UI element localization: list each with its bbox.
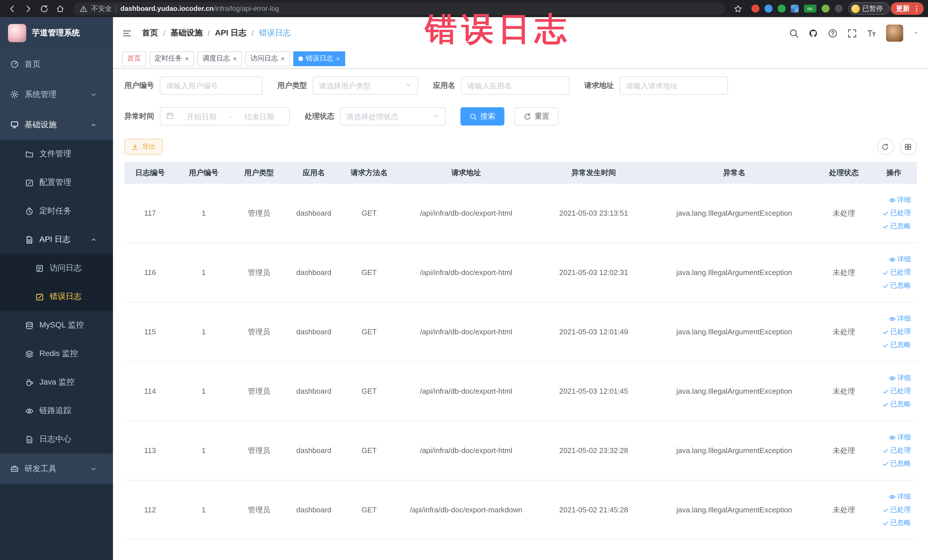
security-label[interactable]: 不安全 <box>91 4 112 14</box>
tab-close-icon[interactable]: × <box>185 55 189 62</box>
filter-input-3[interactable] <box>620 76 728 95</box>
sidebar-item-0[interactable]: 首页 <box>0 49 113 79</box>
sidebar-item-9[interactable]: MySQL 监控 <box>0 311 113 339</box>
address-bar[interactable]: 不安全 dashboard.yudao.iocoder.cn/infra/log… <box>73 2 725 15</box>
sidebar-item-3[interactable]: 文件管理 <box>0 140 113 168</box>
page-url[interactable]: dashboard.yudao.iocoder.cn/infra/log/api… <box>121 5 279 12</box>
browser-back-icon[interactable] <box>5 2 20 15</box>
sidebar-item-13[interactable]: 日志中心 <box>0 425 113 453</box>
action-0-button[interactable]: 详细 <box>888 195 911 205</box>
sidebar-item-14[interactable]: 研发工具 <box>0 453 113 484</box>
tab-close-icon[interactable]: × <box>233 55 237 62</box>
sidebar-item-10[interactable]: Redis 监控 <box>0 339 113 368</box>
date-range-picker[interactable]: - <box>160 107 290 125</box>
extension-on-badge-icon[interactable]: on <box>804 5 816 12</box>
tab-close-icon[interactable]: × <box>336 55 340 62</box>
sidebar-item-label: 定时任务 <box>40 206 71 216</box>
sidebar-toggle-button[interactable] <box>122 28 132 38</box>
extension-icon-4[interactable] <box>791 5 798 12</box>
column-settings-button[interactable] <box>899 138 917 155</box>
extension-icon-3[interactable] <box>777 5 785 12</box>
select-value[interactable] <box>346 112 429 121</box>
breadcrumb-item-2[interactable]: API 日志 <box>215 28 246 38</box>
action-0-button[interactable]: 详细 <box>888 373 911 383</box>
action-0-button[interactable]: 详细 <box>888 255 911 264</box>
font-size-icon[interactable] <box>866 28 876 38</box>
filter-input-2[interactable] <box>461 76 569 95</box>
avatar-caret-down-icon[interactable] <box>913 29 919 37</box>
profile-paused-button[interactable]: 已暂停 <box>848 2 889 15</box>
action-2-button[interactable]: 已忽略 <box>882 459 911 468</box>
sidebar-item-2[interactable]: 基础设施 <box>0 110 113 140</box>
action-2-button[interactable]: 已忽略 <box>882 518 911 528</box>
sidebar-item-8[interactable]: 错误日志 <box>0 282 113 311</box>
sidebar-item-7[interactable]: 访问日志 <box>0 254 113 282</box>
action-2-button[interactable]: 已忽略 <box>882 281 911 290</box>
action-2-button[interactable]: 已忽略 <box>882 221 911 231</box>
fullscreen-icon[interactable] <box>847 28 857 38</box>
filter-select-5[interactable] <box>340 107 446 125</box>
action-1-button[interactable]: 已处理 <box>882 208 911 218</box>
sidebar-item-1[interactable]: 系统管理 <box>0 79 113 110</box>
breadcrumb-item-0[interactable]: 首页 <box>142 28 158 38</box>
action-1-button[interactable]: 已处理 <box>882 505 911 515</box>
sidebar-item-5[interactable]: 定时任务 <box>0 197 113 225</box>
cell-5: /api/infra/db-doc/export-html <box>397 328 535 336</box>
browser-update-button[interactable]: 更新 <box>890 2 923 15</box>
app-logo[interactable]: 芋道管理系统 <box>0 17 113 49</box>
sidebar-item-11[interactable]: Java 监控 <box>0 368 113 397</box>
action-1-button[interactable]: 已处理 <box>882 446 911 455</box>
search-icon[interactable] <box>789 28 798 38</box>
bookmark-star-icon[interactable] <box>731 2 745 15</box>
cell-3: dashboard <box>286 209 341 217</box>
action-0-button[interactable]: 详细 <box>888 432 911 442</box>
tab-3[interactable]: 访问日志× <box>245 51 290 66</box>
column-header-3: 应用名 <box>286 168 341 178</box>
refresh-button[interactable] <box>877 138 894 155</box>
text-input[interactable] <box>467 81 563 90</box>
end-date-input[interactable] <box>235 112 284 121</box>
action-0-button[interactable]: 详细 <box>888 492 911 502</box>
browser-menu-icon[interactable] <box>913 5 920 12</box>
text-input[interactable] <box>166 81 256 90</box>
sidebar-menu: 首页系统管理基础设施文件管理配置管理定时任务API 日志访问日志错误日志MySQ… <box>0 49 113 560</box>
user-avatar[interactable] <box>886 24 903 42</box>
sidebar-item-6[interactable]: API 日志 <box>0 225 113 254</box>
browser-home-icon[interactable] <box>52 2 67 15</box>
filter-select-1[interactable] <box>313 76 418 95</box>
select-value[interactable] <box>319 81 401 90</box>
start-date-input[interactable] <box>177 112 226 121</box>
breadcrumb-separator: / <box>163 29 165 38</box>
tab-0[interactable]: 首页 <box>122 51 146 66</box>
tab-2[interactable]: 调度日志× <box>197 51 242 66</box>
extension-icon-6[interactable] <box>821 5 829 12</box>
tab-4[interactable]: 错误日志× <box>293 51 345 66</box>
action-0-button[interactable]: 详细 <box>888 314 911 323</box>
action-1-button[interactable]: 已处理 <box>882 327 911 337</box>
sidebar-item-4[interactable]: 配置管理 <box>0 168 113 197</box>
action-2-button[interactable]: 已忽略 <box>882 400 911 409</box>
browser-forward-icon[interactable] <box>21 2 35 15</box>
browser-reload-icon[interactable] <box>37 2 51 15</box>
action-1-button[interactable]: 已处理 <box>882 268 911 277</box>
sidebar-item-12[interactable]: 链路追踪 <box>0 397 113 425</box>
action-1-button[interactable]: 已处理 <box>882 386 911 396</box>
tab-1[interactable]: 定时任务× <box>150 51 194 66</box>
extension-icon-7[interactable] <box>835 5 843 12</box>
export-button[interactable]: 导出 <box>124 139 163 155</box>
breadcrumb-item-1[interactable]: 基础设施 <box>171 28 203 38</box>
column-header-7: 异常名 <box>652 168 817 178</box>
help-icon[interactable] <box>827 28 837 38</box>
filter-input-0[interactable] <box>160 76 263 95</box>
breadcrumb-separator: / <box>252 29 254 38</box>
filter-group-1: 用户类型 <box>277 76 418 95</box>
action-2-button[interactable]: 已忽略 <box>882 340 911 350</box>
extension-icon-2[interactable] <box>764 5 772 12</box>
reset-button[interactable]: 重置 <box>514 107 559 125</box>
extension-icon-1[interactable] <box>751 5 759 12</box>
tab-close-icon[interactable]: × <box>281 55 285 62</box>
action-label: 已处理 <box>890 208 911 218</box>
text-input[interactable] <box>626 81 722 90</box>
search-button[interactable]: 搜索 <box>461 107 504 125</box>
github-icon[interactable] <box>808 28 818 38</box>
